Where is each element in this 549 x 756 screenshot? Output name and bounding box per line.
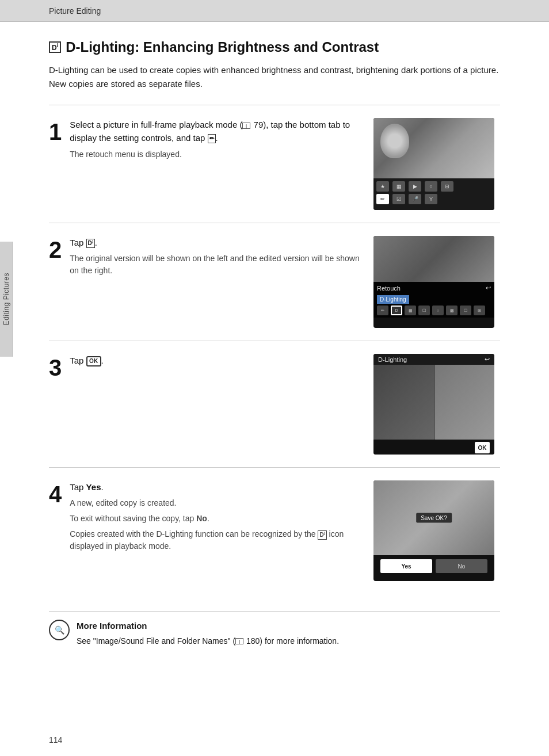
- step-1-text: Select a picture in full-frame playback …: [70, 118, 360, 161]
- s2-i8: ⊞: [474, 306, 485, 315]
- s3-photos: [373, 365, 494, 440]
- step-4-number: 4: [49, 483, 62, 506]
- s1-icon-mic: 🎤: [409, 194, 421, 204]
- book-icon-1: [242, 123, 250, 129]
- retouch-icon-1: ✏: [208, 134, 216, 143]
- step-4-note-1: A new, edited copy is created.: [70, 497, 360, 509]
- more-info-icon: [49, 620, 70, 640]
- book-icon-more: [235, 638, 243, 644]
- dlighting-compare-screen: D-Lighting ↩ OK: [373, 354, 494, 455]
- page-title-row: Di D-Lighting: Enhancing Brightness and …: [49, 39, 500, 55]
- s2-i1: ✏: [377, 306, 388, 315]
- step-3-number: 3: [49, 356, 62, 379]
- step-4-content: 4 Tap Yes. A new, edited copy is created…: [49, 480, 360, 552]
- step-3-row: 3 Tap OK. D-Lighting ↩ OK: [49, 341, 500, 467]
- step-1-content: 1 Select a picture in full-frame playbac…: [49, 118, 360, 161]
- more-info-body: See "Image/Sound File and Folder Names" …: [77, 635, 339, 647]
- s3-label: D-Lighting: [378, 356, 407, 363]
- more-info-text: More Information See "Image/Sound File a…: [77, 620, 339, 647]
- page-number: 114: [49, 735, 62, 744]
- s4-footer: Yes No: [373, 555, 494, 577]
- step-4-note-2: To exit without saving the copy, tap No.: [70, 513, 360, 525]
- s1-icon-play: ▶: [409, 181, 421, 192]
- s1-icon-check: ☑: [392, 194, 405, 204]
- step-1-note: The retouch menu is displayed.: [70, 148, 360, 161]
- step-3-text: Tap OK.: [70, 354, 360, 371]
- step-2-content: 2 Tap Dⁱ. The original version will be s…: [49, 236, 360, 277]
- s1-photo: [373, 118, 494, 178]
- main-content: Di D-Lighting: Enhancing Brightness and …: [0, 22, 549, 670]
- s2-i3: ▦: [405, 306, 416, 315]
- s2-i6: ▩: [446, 306, 458, 315]
- step-4-text: Tap Yes. A new, edited copy is created. …: [70, 480, 360, 552]
- step-2-image: Retouch ↩ D-Lighting ✏ D ▦ ☐ ○ ▩ ☐ ⊞: [373, 236, 500, 328]
- step-4-image: Save OK? Yes No: [373, 480, 500, 581]
- dlighting-select-screen: Retouch ↩ D-Lighting ✏ D ▦ ☐ ○ ▩ ☐ ⊞: [373, 236, 494, 328]
- dlighting-icon: Dⁱ: [86, 239, 95, 248]
- s2-photo: [373, 236, 494, 282]
- save-ok-label: Save OK?: [416, 513, 452, 523]
- dlighting-title-icon: Di: [49, 41, 61, 53]
- s1-icon-print: ⊟: [441, 181, 453, 192]
- dlighting-icon-inline: Dⁱ: [318, 530, 326, 540]
- step-1-row: 1 Select a picture in full-frame playbac…: [49, 105, 500, 223]
- main-heading: D-Lighting: Enhancing Brightness and Con…: [66, 39, 379, 55]
- step-2-number: 2: [49, 238, 62, 261]
- s1-icon-trash: ▦: [392, 181, 405, 192]
- retouch-menu-screen: ★ ▦ ▶ ○ ⊟ ✏ ☑ 🎤 Y: [373, 118, 494, 210]
- step-2-note: The original version will be shown on th…: [70, 253, 360, 277]
- more-info-title: More Information: [77, 620, 339, 633]
- s2-back-icon: ↩: [486, 284, 491, 292]
- s1-menu: ★ ▦ ▶ ○ ⊟ ✏ ☑ 🎤 Y: [373, 178, 494, 210]
- s3-ok-button[interactable]: OK: [475, 442, 490, 453]
- s4-photo: Save OK?: [373, 480, 494, 555]
- s2-i5: ○: [432, 306, 444, 315]
- step-3-content: 3 Tap OK.: [49, 354, 360, 379]
- side-tab: Editing Pictures: [0, 242, 13, 357]
- step-2-text: Tap Dⁱ. The original version will be sho…: [70, 236, 360, 277]
- s2-i2-selected: D: [391, 306, 402, 315]
- s2-overlay: Retouch ↩ D-Lighting ✏ D ▦ ☐ ○ ▩ ☐ ⊞: [373, 282, 494, 318]
- s1-icon-star: ★: [376, 181, 389, 192]
- header-bar: Picture Editing: [0, 0, 549, 22]
- breadcrumb: Picture Editing: [49, 6, 101, 16]
- step-3-image: D-Lighting ↩ OK: [373, 354, 500, 455]
- s3-original-photo: [373, 365, 434, 440]
- title-icon-box: Di: [49, 41, 61, 53]
- step-3-instruction: Tap OK.: [70, 354, 360, 367]
- save-ok-screen: Save OK? Yes No: [373, 480, 494, 581]
- s3-footer: OK: [373, 440, 494, 455]
- s2-dlighting-label: D-Lighting: [377, 295, 409, 304]
- s1-icon-row-1: ★ ▦ ▶ ○ ⊟: [376, 180, 491, 193]
- s1-icon-retouch: ✏: [376, 194, 389, 204]
- s2-retouch-header: Retouch ↩: [377, 284, 491, 292]
- intro-paragraph: D-Lighting can be used to create copies …: [49, 63, 500, 91]
- s1-icon-conn: ○: [425, 181, 437, 192]
- step-2-row: 2 Tap Dⁱ. The original version will be s…: [49, 223, 500, 341]
- s3-header: D-Lighting ↩: [373, 354, 494, 365]
- step-1-number: 1: [49, 120, 62, 143]
- step-4-row: 4 Tap Yes. A new, edited copy is created…: [49, 467, 500, 594]
- s3-back-icon: ↩: [485, 356, 490, 363]
- more-info-section: More Information See "Image/Sound File a…: [49, 611, 500, 647]
- side-tab-label: Editing Pictures: [2, 273, 10, 325]
- step-1-instruction: Select a picture in full-frame playback …: [70, 118, 360, 145]
- s2-icon-row: ✏ D ▦ ☐ ○ ▩ ☐ ⊞: [377, 306, 491, 315]
- yes-button[interactable]: Yes: [380, 559, 432, 573]
- s1-icon-row-2: ✏ ☑ 🎤 Y: [376, 193, 491, 205]
- s1-icon-y: Y: [425, 194, 437, 204]
- s2-i4: ☐: [418, 306, 430, 315]
- s3-edited-photo: [434, 365, 495, 440]
- step-2-instruction: Tap Dⁱ.: [70, 236, 360, 249]
- s2-retouch-label: Retouch: [377, 285, 401, 292]
- step-4-note-3: Copies created with the D-Lighting funct…: [70, 528, 360, 552]
- no-button[interactable]: No: [436, 559, 487, 573]
- s2-i7: ☐: [460, 306, 471, 315]
- step-4-instruction: Tap Yes.: [70, 480, 360, 494]
- step-1-image: ★ ▦ ▶ ○ ⊟ ✏ ☑ 🎤 Y: [373, 118, 500, 210]
- ok-icon: OK: [86, 356, 101, 366]
